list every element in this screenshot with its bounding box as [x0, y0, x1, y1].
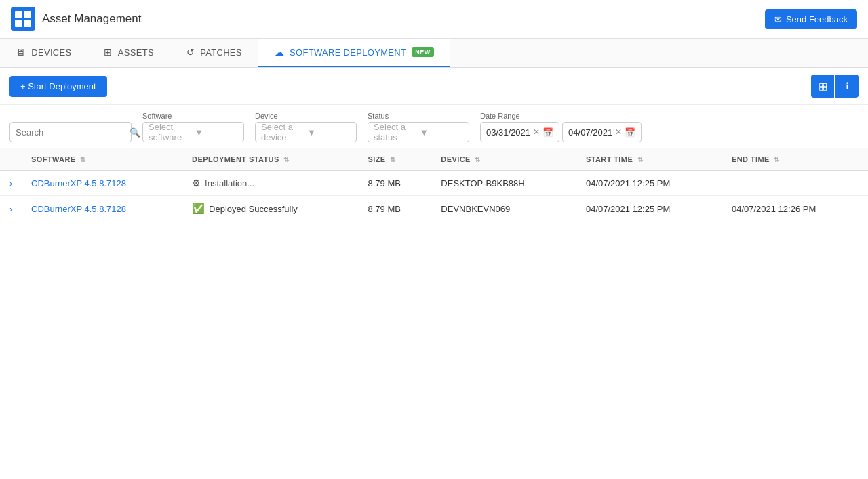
header-left: Asset Management	[11, 7, 141, 31]
deployment-table: SOFTWARE ⇅ DEPLOYMENT STATUS ⇅ SIZE ⇅ DE…	[0, 148, 868, 222]
tab-assets-label: ASSETS	[118, 47, 154, 58]
software-filter-group: Software Select software ▼	[142, 112, 244, 142]
col-software-label: SOFTWARE	[31, 155, 76, 163]
table-row: ›CDBurnerXP 4.5.8.7128✅Deployed Successf…	[0, 196, 868, 222]
col-device-label: DEVICE	[441, 155, 470, 163]
row-expander-cell[interactable]: ›	[0, 196, 22, 222]
row-expander-icon[interactable]: ›	[9, 179, 12, 188]
info-button[interactable]: ℹ	[835, 75, 859, 98]
row-status-cell: ✅Deployed Successfully	[182, 196, 358, 222]
filters-bar: 🔍 Software Select software ▼ Device Sele…	[0, 105, 868, 148]
row-size-cell: 8.79 MB	[359, 171, 432, 196]
device-chevron-icon: ▼	[307, 127, 351, 138]
status-installing: ⚙Installation...	[192, 178, 349, 188]
app-header: Asset Management ✉ Send Feedback	[0, 0, 868, 39]
gear-icon: ⚙	[192, 178, 201, 188]
tab-devices-label: DEVICES	[31, 47, 71, 58]
table-header-row: SOFTWARE ⇅ DEPLOYMENT STATUS ⇅ SIZE ⇅ DE…	[0, 148, 868, 171]
deployment-status-sort-icon: ⇅	[283, 156, 289, 163]
tab-software-deployment[interactable]: ☁ SOFTWARE DEPLOYMENT NEW	[258, 39, 450, 67]
device-select-value: Select a device	[261, 122, 304, 142]
tab-patches[interactable]: ↺ PATCHES	[170, 39, 258, 67]
date-end-calendar-icon[interactable]: 📅	[625, 127, 635, 138]
tab-patches-label: PATCHES	[200, 47, 242, 58]
row-expander-icon[interactable]: ›	[9, 205, 12, 214]
software-name-link[interactable]: CDBurnerXP 4.5.8.7128	[31, 178, 126, 188]
date-range-label: Date Range	[480, 112, 642, 120]
tab-devices[interactable]: 🖥 DEVICES	[0, 39, 87, 67]
size-sort-icon: ⇅	[390, 156, 395, 163]
status-select[interactable]: Select a status ▼	[368, 122, 469, 142]
nav-tabs: 🖥 DEVICES ⊞ ASSETS ↺ PATCHES ☁ SOFTWARE …	[0, 39, 868, 68]
device-filter-group: Device Select a device ▼	[255, 112, 357, 142]
date-end-clear-icon[interactable]: ✕	[615, 127, 622, 137]
col-start-time[interactable]: START TIME ⇅	[576, 148, 722, 171]
start-deployment-button[interactable]: + Start Deployment	[9, 76, 107, 97]
app-title: Asset Management	[42, 12, 141, 26]
row-expander-cell[interactable]: ›	[0, 171, 22, 196]
row-device-cell: DEVNBKEVN069	[431, 196, 576, 222]
row-end-time-cell: 04/07/2021 12:26 PM	[722, 196, 868, 222]
info-icon: ℹ	[846, 81, 849, 91]
software-select[interactable]: Select software ▼	[142, 122, 244, 142]
col-expander	[0, 148, 22, 171]
device-filter-label: Device	[255, 112, 357, 120]
grid-icon: ▦	[818, 81, 827, 91]
status-chevron-icon: ▼	[420, 127, 463, 138]
device-sort-icon: ⇅	[475, 156, 480, 163]
date-end-wrapper[interactable]: 04/07/2021 ✕ 📅	[562, 122, 642, 142]
row-end-time-cell	[722, 171, 868, 196]
date-start-calendar-icon[interactable]: 📅	[542, 127, 553, 138]
assets-icon: ⊞	[104, 47, 112, 58]
start-deployment-label: + Start Deployment	[20, 81, 96, 91]
col-device[interactable]: DEVICE ⇅	[431, 148, 576, 171]
deployment-table-container: SOFTWARE ⇅ DEPLOYMENT STATUS ⇅ SIZE ⇅ DE…	[0, 148, 868, 222]
row-size-cell: 8.79 MB	[359, 196, 432, 222]
device-select[interactable]: Select a device ▼	[255, 122, 357, 142]
col-software[interactable]: SOFTWARE ⇅	[22, 148, 182, 171]
date-start-wrapper[interactable]: 03/31/2021 ✕ 📅	[480, 122, 559, 142]
software-name-link[interactable]: CDBurnerXP 4.5.8.7128	[31, 204, 126, 214]
refresh-icon: ↺	[186, 47, 195, 58]
search-icon[interactable]: 🔍	[130, 127, 140, 138]
grid-view-button[interactable]: ▦	[811, 75, 834, 98]
col-size-label: SIZE	[368, 155, 386, 163]
row-status-cell: ⚙Installation...	[182, 171, 358, 196]
app-logo	[11, 7, 35, 31]
status-label: Installation...	[205, 178, 254, 188]
row-start-time-cell: 04/07/2021 12:25 PM	[576, 171, 722, 196]
cloud-icon: ☁	[275, 47, 284, 58]
col-start-time-label: START TIME	[586, 155, 633, 163]
check-circle-icon: ✅	[192, 203, 205, 215]
software-filter-label: Software	[142, 112, 244, 120]
row-software-cell: CDBurnerXP 4.5.8.7128	[22, 171, 182, 196]
send-feedback-label: Send Feedback	[786, 14, 848, 24]
col-size[interactable]: SIZE ⇅	[359, 148, 432, 171]
col-deployment-status[interactable]: DEPLOYMENT STATUS ⇅	[182, 148, 358, 171]
date-range-filter-group: Date Range 03/31/2021 ✕ 📅 04/07/2021 ✕ 📅	[480, 112, 642, 142]
tab-assets[interactable]: ⊞ ASSETS	[87, 39, 170, 67]
new-badge: NEW	[412, 47, 434, 57]
status-success: ✅Deployed Successfully	[192, 203, 349, 215]
search-wrapper[interactable]: 🔍	[9, 122, 132, 142]
row-start-time-cell: 04/07/2021 12:25 PM	[576, 196, 722, 222]
toolbar-right: ▦ ℹ	[811, 75, 859, 98]
date-start-value: 03/31/2021	[486, 127, 530, 138]
monitor-icon: 🖥	[16, 47, 26, 58]
date-range-inputs: 03/31/2021 ✕ 📅 04/07/2021 ✕ 📅	[480, 122, 642, 142]
feedback-icon: ✉	[774, 14, 782, 24]
end-time-sort-icon: ⇅	[774, 156, 779, 163]
status-select-value: Select a status	[374, 122, 417, 142]
date-start-clear-icon[interactable]: ✕	[533, 127, 540, 137]
date-end-value: 04/07/2021	[568, 127, 612, 138]
col-end-time[interactable]: END TIME ⇅	[722, 148, 868, 171]
status-filter-label: Status	[368, 112, 469, 120]
send-feedback-button[interactable]: ✉ Send Feedback	[765, 9, 857, 29]
table-row: ›CDBurnerXP 4.5.8.7128⚙Installation...8.…	[0, 171, 868, 196]
table-body: ›CDBurnerXP 4.5.8.7128⚙Installation...8.…	[0, 171, 868, 222]
search-input[interactable]	[16, 127, 130, 138]
status-filter-group: Status Select a status ▼	[368, 112, 469, 142]
status-label: Deployed Successfully	[209, 204, 298, 214]
col-deployment-status-label: DEPLOYMENT STATUS	[192, 155, 279, 163]
main-toolbar: + Start Deployment ▦ ℹ	[0, 68, 868, 105]
